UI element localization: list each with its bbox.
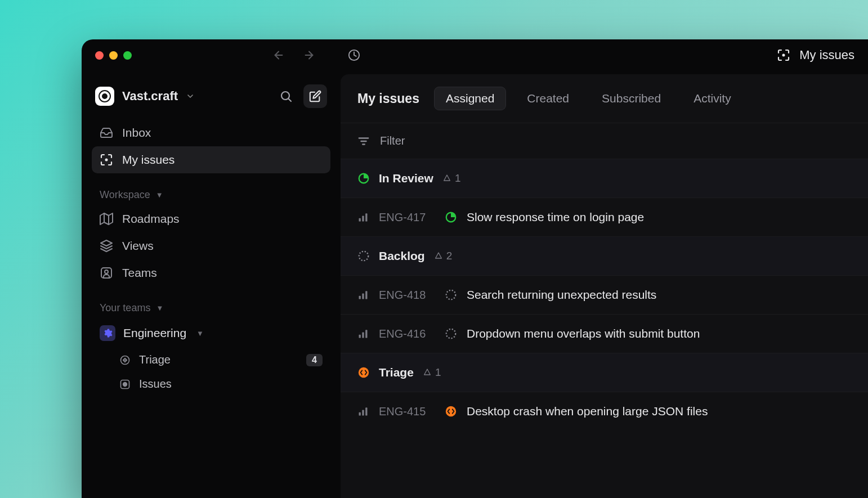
- section-your-teams[interactable]: Your teams ▼: [92, 286, 330, 318]
- tab-activity[interactable]: Activity: [682, 87, 743, 110]
- svg-rect-23: [362, 216, 364, 222]
- svg-point-30: [446, 290, 456, 300]
- group-count: 1: [423, 366, 441, 379]
- issue-id: ENG-415: [379, 405, 435, 418]
- issue-title: Desktop crash when opening large JSON fi…: [467, 405, 708, 418]
- tab-assigned[interactable]: Assigned: [434, 87, 506, 110]
- svg-point-34: [446, 329, 456, 339]
- team-sub-issues[interactable]: Issues: [92, 372, 330, 396]
- team-sub-triage[interactable]: Triage 4: [92, 348, 330, 372]
- svg-rect-27: [359, 296, 361, 299]
- back-button[interactable]: [272, 49, 285, 61]
- svg-point-39: [446, 406, 456, 416]
- gear-icon: [100, 325, 115, 341]
- svg-point-5: [102, 94, 107, 98]
- map-icon: [100, 212, 113, 226]
- issue-row[interactable]: ENG-417 Slow response time on login page: [341, 198, 868, 236]
- issue-row[interactable]: ENG-415 Desktop crash when opening large…: [341, 392, 868, 430]
- sidebar-item-my-issues[interactable]: My issues: [92, 146, 330, 173]
- workspace-logo: [95, 87, 114, 106]
- svg-rect-32: [362, 333, 364, 338]
- svg-rect-38: [365, 407, 367, 415]
- main-header: My issues Assigned Created Subscribed Ac…: [341, 74, 868, 123]
- group-name: Backlog: [379, 249, 425, 263]
- issue-title: Dropdown menu overlaps with submit butto…: [467, 327, 700, 340]
- filter-button[interactable]: Filter: [341, 123, 868, 159]
- inbox-icon: [100, 126, 113, 140]
- sidebar-item-label: Roadmaps: [122, 212, 180, 226]
- svg-marker-12: [101, 240, 112, 246]
- user-square-icon: [100, 266, 113, 280]
- svg-rect-33: [365, 330, 367, 338]
- section-label: Your teams: [100, 302, 150, 314]
- section-workspace[interactable]: Workspace ▼: [92, 173, 330, 205]
- priority-icon[interactable]: [357, 328, 370, 339]
- filter-label: Filter: [380, 134, 405, 147]
- priority-icon[interactable]: [357, 289, 370, 300]
- main-panel: My issues Assigned Created Subscribed Ac…: [341, 74, 868, 498]
- svg-point-8: [106, 159, 108, 161]
- minimize-window-button[interactable]: [109, 51, 118, 60]
- status-icon[interactable]: [444, 289, 458, 301]
- issue-title: Slow response time on login page: [467, 210, 644, 224]
- sidebar-item-label: My issues: [122, 153, 175, 167]
- content: Vast.craft Inbox: [82, 71, 868, 498]
- priority-icon[interactable]: [357, 212, 370, 223]
- group-name: Triage: [379, 366, 414, 379]
- group-header[interactable]: Triage 1: [341, 353, 868, 392]
- svg-rect-28: [362, 294, 364, 299]
- chevron-down-icon: ▼: [156, 191, 163, 199]
- sidebar-item-teams[interactable]: Teams: [92, 259, 330, 286]
- team-engineering[interactable]: Engineering ▼: [92, 318, 330, 348]
- svg-rect-37: [362, 410, 364, 416]
- svg-rect-29: [365, 291, 367, 299]
- sidebar-item-inbox[interactable]: Inbox: [92, 119, 330, 146]
- section-label: Workspace: [100, 189, 150, 201]
- filter-icon: [357, 135, 370, 147]
- group-header[interactable]: Backlog 2: [341, 236, 868, 275]
- history-button[interactable]: [348, 49, 360, 61]
- sub-item-label: Triage: [139, 353, 171, 366]
- svg-line-7: [289, 99, 292, 102]
- group-name: In Review: [379, 172, 433, 185]
- sidebar: Vast.craft Inbox: [82, 71, 341, 498]
- issue-row[interactable]: ENG-416 Dropdown menu overlaps with subm…: [341, 314, 868, 353]
- layers-icon: [100, 239, 113, 253]
- focus-icon: [100, 153, 113, 167]
- maximize-window-button[interactable]: [123, 51, 132, 60]
- status-icon[interactable]: [444, 327, 458, 340]
- chevron-down-icon: ▼: [196, 329, 204, 338]
- app-window: My issues Vast.craft: [82, 39, 868, 498]
- svg-point-26: [359, 252, 369, 261]
- priority-icon[interactable]: [357, 406, 370, 417]
- status-icon: [357, 366, 370, 379]
- svg-rect-36: [359, 412, 361, 416]
- sidebar-item-label: Teams: [122, 266, 157, 280]
- svg-rect-24: [365, 213, 367, 221]
- close-window-button[interactable]: [95, 51, 104, 60]
- compose-button[interactable]: [303, 84, 327, 108]
- forward-button[interactable]: [303, 49, 315, 61]
- chevron-down-icon: ▼: [156, 304, 163, 312]
- page-title: My issues: [357, 91, 419, 106]
- tab-created[interactable]: Created: [515, 87, 581, 110]
- workspace-switcher[interactable]: Vast.craft: [92, 80, 330, 119]
- count-badge: 4: [306, 354, 323, 366]
- search-button[interactable]: [274, 84, 298, 108]
- titlebar: My issues: [82, 39, 868, 71]
- svg-point-17: [123, 382, 127, 386]
- tab-subscribed[interactable]: Subscribed: [590, 87, 673, 110]
- status-icon[interactable]: [444, 211, 458, 223]
- group-count: 1: [442, 172, 461, 185]
- svg-rect-31: [359, 335, 361, 338]
- svg-point-14: [105, 270, 108, 273]
- issues-icon: [119, 378, 131, 391]
- issue-id: ENG-417: [379, 211, 435, 224]
- issue-row[interactable]: ENG-418 Search returning unexpected resu…: [341, 275, 868, 314]
- group-header[interactable]: In Review 1: [341, 159, 868, 198]
- sidebar-item-views[interactable]: Views: [92, 232, 330, 259]
- status-icon: [357, 250, 370, 262]
- sidebar-item-roadmaps[interactable]: Roadmaps: [92, 205, 330, 232]
- status-icon[interactable]: [444, 405, 458, 418]
- group-count: 2: [434, 250, 453, 262]
